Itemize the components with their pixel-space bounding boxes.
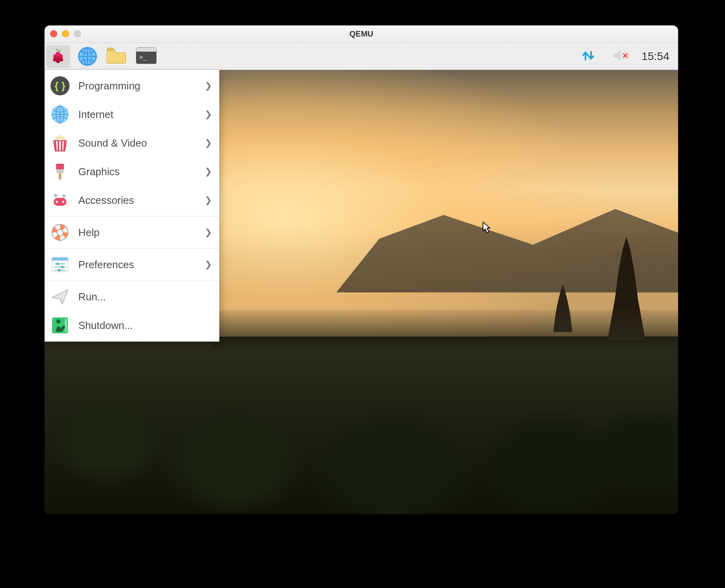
paintbrush-icon <box>49 161 71 183</box>
volume-muted-icon <box>613 49 629 64</box>
menu-separator <box>45 248 219 249</box>
network-updown-icon <box>580 48 596 65</box>
lifering-icon <box>49 221 71 244</box>
svg-text:>_: >_ <box>139 53 147 61</box>
menu-item-help[interactable]: Help ❯ <box>45 218 219 247</box>
chevron-right-icon: ❯ <box>205 81 212 91</box>
chevron-right-icon: ❯ <box>205 259 212 270</box>
folder-icon <box>107 47 127 66</box>
menu-item-graphics[interactable]: Graphics ❯ <box>45 157 219 186</box>
file-manager-launcher[interactable] <box>105 45 129 68</box>
menu-separator <box>45 216 219 217</box>
stage: QEMU <box>0 0 725 588</box>
svg-point-35 <box>56 319 60 323</box>
menu-item-label: Sound & Video <box>78 137 198 149</box>
terminal-launcher[interactable]: >_ <box>134 45 158 68</box>
menu-item-label: Help <box>78 226 198 239</box>
svg-rect-20 <box>59 173 61 180</box>
window-controls <box>50 30 81 37</box>
guest-desktop[interactable]: >_ 15:54 <box>45 43 678 514</box>
svg-rect-36 <box>65 319 67 332</box>
menu-item-accessories[interactable]: Accessories ❯ <box>45 186 219 215</box>
menu-item-label: Shutdown... <box>78 319 212 332</box>
volume-indicator[interactable] <box>609 45 633 68</box>
svg-rect-11 <box>136 48 156 52</box>
taskbar-panel: >_ 15:54 <box>45 43 678 70</box>
svg-point-23 <box>62 201 64 203</box>
menu-item-internet[interactable]: Internet ❯ <box>45 100 219 129</box>
popcorn-icon <box>49 132 71 154</box>
menu-item-label: Programming <box>78 80 198 92</box>
panel-clock[interactable]: 15:54 <box>642 50 673 63</box>
svg-rect-21 <box>54 198 66 206</box>
host-titlebar[interactable]: QEMU <box>45 25 678 43</box>
menu-item-label: Internet <box>78 108 198 121</box>
svg-point-18 <box>61 136 65 140</box>
chevron-right-icon: ❯ <box>205 227 212 238</box>
svg-point-33 <box>58 269 60 271</box>
menu-item-programming[interactable]: { } Programming ❯ <box>45 72 219 100</box>
menu-item-shutdown[interactable]: Shutdown... <box>45 311 219 340</box>
menu-item-label: Preferences <box>78 259 198 271</box>
app-menu-button[interactable] <box>46 45 70 68</box>
swissknife-icon <box>49 189 71 211</box>
svg-point-31 <box>61 266 64 268</box>
minimize-window-button[interactable] <box>62 30 69 37</box>
braces-icon: { } <box>49 75 71 97</box>
qemu-host-window: QEMU <box>45 25 678 514</box>
zoom-window-button[interactable] <box>74 30 81 37</box>
application-menu: { } Programming ❯ Internet ❯ <box>45 70 219 342</box>
menu-item-preferences[interactable]: Preferences ❯ <box>45 250 219 279</box>
globe-icon <box>78 47 97 66</box>
svg-point-25 <box>57 229 63 236</box>
svg-point-2 <box>56 52 60 56</box>
web-browser-launcher[interactable] <box>76 45 99 68</box>
menu-item-label: Run... <box>78 291 212 303</box>
raspberry-icon <box>50 48 66 65</box>
globe-icon <box>49 103 71 126</box>
svg-point-6 <box>56 59 60 63</box>
svg-point-22 <box>56 201 58 203</box>
close-window-button[interactable] <box>50 30 57 37</box>
terminal-icon: >_ <box>136 47 157 66</box>
mouse-cursor <box>483 222 491 234</box>
svg-point-29 <box>56 263 59 265</box>
menu-item-run[interactable]: Run... <box>45 282 219 311</box>
menu-item-label: Accessories <box>78 194 198 207</box>
svg-rect-27 <box>52 257 68 261</box>
paperplane-icon <box>49 286 71 308</box>
svg-rect-19 <box>56 164 64 169</box>
menu-item-sound-video[interactable]: Sound & Video ❯ <box>45 129 219 157</box>
sliders-icon <box>49 253 71 276</box>
menu-item-label: Graphics <box>78 166 198 178</box>
chevron-right-icon: ❯ <box>205 166 212 177</box>
chevron-right-icon: ❯ <box>205 109 212 120</box>
chevron-right-icon: ❯ <box>205 195 212 205</box>
exit-icon <box>49 314 71 337</box>
host-window-title: QEMU <box>349 29 373 39</box>
menu-separator <box>45 280 219 281</box>
network-indicator[interactable] <box>576 45 600 68</box>
chevron-right-icon: ❯ <box>205 138 212 148</box>
